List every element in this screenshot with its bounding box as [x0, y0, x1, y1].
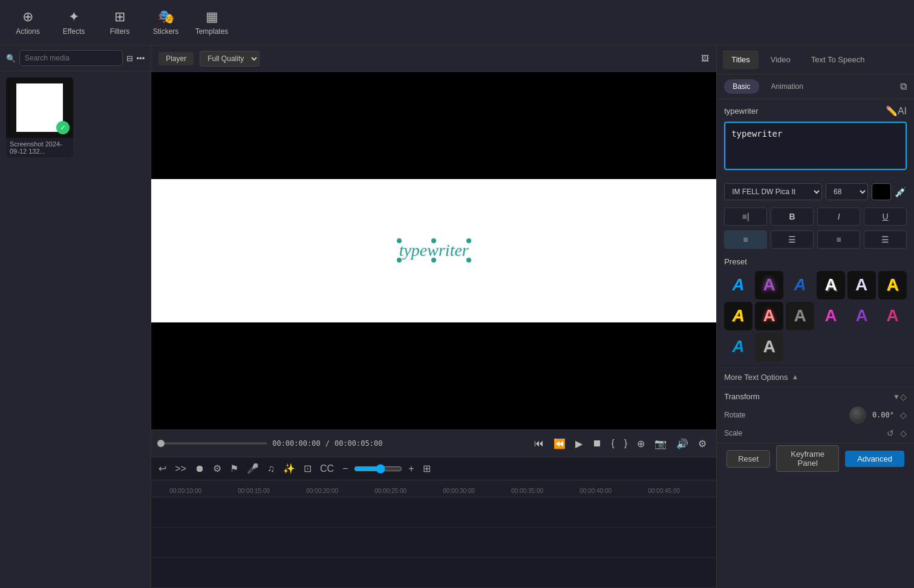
rotate-row: Rotate 0.00° ◇: [724, 407, 907, 423]
mic-btn[interactable]: 🎤: [244, 462, 261, 475]
panel-copy-icon[interactable]: ⧉: [900, 81, 907, 92]
color-swatch[interactable]: [872, 183, 891, 200]
pip-btn[interactable]: ⊡: [301, 462, 314, 475]
bottom-bar: Reset Keyframe Panel Advanced: [717, 443, 914, 474]
magic-btn[interactable]: ✨: [281, 462, 298, 475]
zoom-out-btn[interactable]: −: [340, 462, 350, 475]
toolbar-item-stickers[interactable]: 🎭 Stickers: [144, 3, 188, 42]
transport-controls: 00:00:00:00 / 00:00:05:00 ⏮ ⏪ ▶ ⏹ { } ⊕ …: [151, 430, 716, 457]
play-btn[interactable]: ▶: [573, 437, 585, 451]
format-lines-btn[interactable]: ≡|: [724, 207, 767, 226]
prev-frame-btn[interactable]: ⏮: [532, 437, 546, 450]
size-select[interactable]: 68: [826, 183, 868, 200]
align-justify-btn[interactable]: ☰: [864, 230, 907, 249]
tab-tts[interactable]: Text To Speech: [803, 50, 873, 69]
filters-icon: ⊞: [114, 9, 125, 25]
timeline-toolbar: ↩ >> ⏺ ⚙ ⚑ 🎤 ♫ ✨ ⊡ CC − + ⊞: [151, 457, 716, 480]
subtitle-btn[interactable]: CC: [318, 462, 336, 475]
current-time: 00:00:00:00: [272, 439, 320, 448]
eyedropper-btn[interactable]: 💉: [895, 186, 907, 198]
toolbar-item-actions[interactable]: ⊕ Actions: [6, 3, 50, 42]
ruler-mark: 00:00:30:00: [443, 488, 511, 494]
toolbar-item-templates[interactable]: ▦ Templates: [190, 3, 233, 42]
step-back-btn[interactable]: ⏪: [551, 437, 568, 451]
preset-item[interactable]: A: [724, 302, 752, 330]
settings2-btn[interactable]: ⚙: [211, 462, 224, 475]
more-icon[interactable]: •••: [137, 54, 145, 63]
italic-btn[interactable]: I: [817, 207, 860, 226]
preset-item[interactable]: A: [724, 271, 752, 299]
progress-bar[interactable]: [158, 442, 267, 445]
filter-icon[interactable]: ⊟: [126, 54, 133, 63]
transform-header[interactable]: Transform ▼ ◇: [724, 392, 907, 402]
tab-video[interactable]: Video: [762, 50, 799, 69]
sub-tab-animation[interactable]: Animation: [763, 79, 812, 94]
preset-item[interactable]: A: [847, 302, 876, 330]
preset-item[interactable]: A: [724, 333, 752, 361]
player-button[interactable]: Player: [158, 52, 194, 65]
transform-keyframe-btn[interactable]: ◇: [900, 392, 907, 402]
handle-br[interactable]: [466, 258, 471, 263]
preset-item[interactable]: A: [786, 271, 814, 299]
progress-thumb[interactable]: [157, 440, 165, 447]
align-left-btn[interactable]: ≡: [724, 230, 767, 249]
preset-item[interactable]: A: [755, 302, 783, 330]
preset-item[interactable]: A: [878, 302, 907, 330]
media-item[interactable]: ✓ Screenshot 2024-09-12 132...: [6, 77, 73, 157]
preset-item[interactable]: A: [817, 302, 845, 330]
handle-bl[interactable]: [397, 258, 402, 263]
undo-btn[interactable]: ↩: [156, 462, 169, 475]
zoom-in-btn[interactable]: +: [406, 462, 416, 475]
scale-reset-btn[interactable]: ↺: [887, 428, 894, 438]
preset-item[interactable]: A: [755, 333, 783, 361]
preset-item[interactable]: A: [847, 271, 876, 299]
text-title: typewriter: [724, 106, 881, 116]
advanced-button[interactable]: Advanced: [845, 451, 904, 467]
flag-btn[interactable]: ⚑: [227, 462, 241, 475]
underline-btn[interactable]: U: [864, 207, 907, 226]
text-editor[interactable]: typewriter: [724, 122, 907, 170]
preset-item[interactable]: A: [755, 271, 783, 299]
canvas-text-wrapper[interactable]: typewriter: [399, 241, 469, 260]
bold-btn[interactable]: B: [771, 207, 814, 226]
scale-keyframe-btn[interactable]: ◇: [900, 428, 907, 438]
redo-btn[interactable]: >>: [172, 462, 189, 475]
insert-btn[interactable]: ⊕: [635, 437, 647, 451]
quality-select[interactable]: Full Quality: [200, 51, 260, 67]
snapshot-btn[interactable]: 📷: [652, 437, 669, 451]
mark-out-btn[interactable]: }: [622, 437, 630, 450]
effects-icon: ✦: [68, 9, 79, 25]
music-btn[interactable]: ♫: [265, 462, 277, 475]
left-panel: 🔍 ⊟ ••• ✓ Screenshot 2024-09-12 132...: [0, 45, 151, 588]
player-header: Player Full Quality 🖼: [151, 45, 716, 72]
reset-button[interactable]: Reset: [726, 450, 770, 468]
font-select[interactable]: IM FELL DW Pica It: [724, 183, 822, 200]
align-center-btn[interactable]: ☰: [771, 230, 814, 249]
preset-item[interactable]: A: [878, 271, 907, 299]
rotate-keyframe-btn[interactable]: ◇: [900, 410, 907, 420]
ai-button[interactable]: ✏️AI: [886, 105, 907, 117]
snapshot-icon[interactable]: 🖼: [701, 54, 709, 63]
toolbar-item-effects[interactable]: ✦ Effects: [52, 3, 96, 42]
play-circle-btn[interactable]: ⏺: [192, 462, 207, 475]
keyframe-panel-button[interactable]: Keyframe Panel: [776, 445, 839, 472]
handle-bc[interactable]: [431, 258, 436, 263]
stop-btn[interactable]: ⏹: [590, 437, 604, 450]
tab-titles[interactable]: Titles: [723, 50, 759, 69]
ruler-mark: 00:00:40:00: [579, 488, 648, 494]
zoom-slider[interactable]: [354, 464, 402, 474]
volume-btn[interactable]: 🔊: [674, 437, 691, 451]
grid-btn[interactable]: ⊞: [420, 462, 433, 475]
toolbar-item-filters[interactable]: ⊞ Filters: [98, 3, 142, 42]
media-thumb: ✓: [6, 77, 73, 138]
search-input[interactable]: [19, 50, 123, 66]
settings-btn[interactable]: ⚙: [696, 437, 709, 451]
align-right-btn[interactable]: ≡: [817, 230, 860, 249]
mark-in-btn[interactable]: {: [609, 437, 617, 450]
preset-item[interactable]: A: [786, 302, 814, 330]
track-row: [151, 558, 716, 588]
sub-tab-basic[interactable]: Basic: [724, 79, 759, 94]
more-text-section[interactable]: More Text Options ▲: [717, 367, 914, 387]
rotate-knob[interactable]: [849, 407, 866, 423]
preset-item[interactable]: A: [817, 271, 845, 299]
